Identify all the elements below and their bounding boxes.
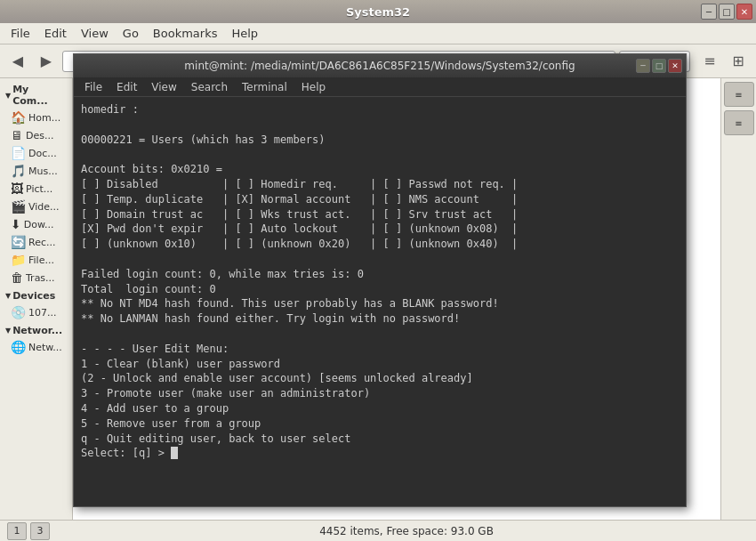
view-grid-button[interactable]: ⊞: [726, 49, 751, 74]
outer-window-controls: ─ □ ✕: [701, 4, 752, 20]
statusbar-text: 4452 items, Free space: 93.0 GB: [57, 525, 756, 537]
statusbar-icon-2[interactable]: 3: [30, 522, 50, 540]
terminal-line-10: [81, 252, 679, 267]
terminal-line-11: Failed login count: 0, while max tries i…: [81, 267, 679, 282]
terminal-line-15: [81, 327, 679, 342]
sidebar-item-desktop[interactable]: 🖥 Des...: [0, 126, 72, 144]
sidebar-desktop-label: Des...: [26, 130, 53, 141]
sidebar-item-music[interactable]: 🎵 Mus...: [0, 162, 72, 180]
sidebar-devices-label: Devices: [12, 290, 55, 302]
drive-icon: 💿: [11, 305, 26, 319]
sidebar-filesystem-label: File...: [28, 254, 54, 266]
statusbar-left: 1 3: [0, 522, 57, 540]
desktop-icon: 🖥: [11, 128, 23, 142]
terminal-line-12: Total login count: 0: [81, 282, 679, 297]
videos-icon: 🎬: [11, 199, 26, 214]
terminal-line-0: homedir :: [81, 102, 679, 117]
sidebar-item-home[interactable]: 🏠 Hom...: [0, 109, 72, 126]
terminal-maximize-button[interactable]: □: [652, 59, 666, 73]
home-icon: 🏠: [11, 110, 26, 125]
sidebar-mycomputer-label: My Com...: [12, 84, 67, 107]
terminal-menu-search[interactable]: Search: [184, 80, 235, 94]
right-btn-1[interactable]: ≡: [724, 82, 754, 107]
terminal-titlebar: mint@mint: /media/mint/DA6C861A6C85F215/…: [74, 54, 686, 77]
terminal-prompt-line[interactable]: Select: [q] >: [81, 446, 679, 461]
terminal-line-2: 00000221 = Users (which has 3 members): [81, 133, 679, 148]
sidebar-devices-header[interactable]: ▼ Devices: [0, 288, 72, 303]
sidebar: ▼ My Com... 🏠 Hom... 🖥 Des... 📄 Doc... 🎵: [0, 78, 73, 520]
terminal-window: mint@mint: /media/mint/DA6C861A6C85F215/…: [73, 53, 687, 507]
devices-collapse-icon: ▼: [5, 292, 11, 300]
forward-button[interactable]: ▶: [34, 49, 59, 74]
terminal-menu-terminal[interactable]: Terminal: [235, 80, 294, 94]
menu-go[interactable]: Go: [116, 25, 146, 42]
sidebar-item-pictures[interactable]: 🖼 Pict...: [0, 180, 72, 198]
terminal-cursor: [171, 447, 178, 459]
sidebar-item-drive[interactable]: 💿 107...: [0, 303, 72, 321]
sidebar-downloads-label: Dow...: [24, 219, 54, 230]
sidebar-item-videos[interactable]: 🎬 Vide...: [0, 198, 72, 215]
terminal-content[interactable]: homedir : 00000221 = Users (which has 3 …: [74, 97, 686, 506]
recent-icon: 🔄: [11, 235, 26, 249]
sidebar-network-header[interactable]: ▼ Networ...: [0, 323, 72, 338]
sidebar-network-item-label: Netw...: [28, 342, 62, 353]
terminal-line-14: ** No LANMAN hash found either. Try logi…: [81, 311, 679, 327]
downloads-icon: ⬇: [11, 217, 21, 231]
terminal-line-19: 3 - Promote user (make user an administr…: [81, 386, 679, 401]
terminal-minimize-button[interactable]: ─: [636, 59, 650, 73]
menu-view[interactable]: View: [74, 25, 116, 42]
terminal-line-8: [X] Pwd don't expir | [ ] Auto lockout |…: [81, 222, 679, 237]
menu-help[interactable]: Help: [224, 25, 265, 42]
terminal-line-4: Account bits: 0x0210 =: [81, 162, 679, 177]
sidebar-pictures-label: Pict...: [26, 183, 52, 195]
sidebar-drive-label: 107...: [28, 307, 57, 319]
terminal-line-9: [ ] (unknown 0x10) | [ ] (unknown 0x20) …: [81, 237, 679, 252]
sidebar-item-downloads[interactable]: ⬇ Dow...: [0, 215, 72, 233]
pictures-icon: 🖼: [11, 182, 23, 196]
sidebar-recent-label: Rec...: [28, 237, 55, 248]
sidebar-item-trash[interactable]: 🗑 Tras...: [0, 269, 72, 287]
filesystem-icon: 📁: [11, 253, 26, 267]
terminal-line-1: [81, 117, 679, 133]
sidebar-section-devices: ▼ Devices 💿 107...: [0, 288, 72, 321]
right-btn-2[interactable]: ≡: [724, 110, 754, 135]
terminal-line-5: [ ] Disabled | [ ] Homedir req. | [ ] Pa…: [81, 177, 679, 192]
outer-close-button[interactable]: ✕: [736, 4, 752, 20]
menu-edit[interactable]: Edit: [37, 25, 74, 42]
outer-titlebar: System32 ─ □ ✕: [0, 0, 756, 23]
terminal-close-button[interactable]: ✕: [668, 59, 682, 73]
statusbar-icon-1[interactable]: 1: [7, 522, 27, 540]
collapse-icon: ▼: [5, 92, 11, 100]
outer-menubar: File Edit View Go Bookmarks Help: [0, 23, 756, 44]
menu-bookmarks[interactable]: Bookmarks: [146, 25, 225, 42]
sidebar-item-filesystem[interactable]: 📁 File...: [0, 251, 72, 269]
sidebar-mycomputer-header[interactable]: ▼ My Com...: [0, 82, 72, 109]
back-button[interactable]: ◀: [5, 49, 30, 74]
view-list-button[interactable]: ≡: [697, 49, 722, 74]
sidebar-item-network[interactable]: 🌐 Netw...: [0, 338, 72, 356]
terminal-line-20: 4 - Add user to a group: [81, 401, 679, 416]
right-panel: ≡ ≡: [720, 78, 756, 520]
terminal-line-3: [81, 147, 679, 162]
terminal-menu-view[interactable]: View: [144, 80, 183, 94]
sidebar-home-label: Hom...: [28, 112, 60, 124]
statusbar: 1 3 4452 items, Free space: 93.0 GB: [0, 520, 756, 541]
menu-file[interactable]: File: [4, 25, 37, 42]
sidebar-item-recent[interactable]: 🔄 Rec...: [0, 233, 72, 251]
terminal-line-17: 1 - Clear (blank) user password: [81, 357, 679, 372]
sidebar-item-documents[interactable]: 📄 Doc...: [0, 144, 72, 162]
terminal-menu-file[interactable]: File: [77, 80, 109, 94]
sidebar-documents-label: Doc...: [28, 148, 57, 159]
terminal-line-16: - - - - User Edit Menu:: [81, 342, 679, 357]
sidebar-trash-label: Tras...: [26, 272, 55, 284]
documents-icon: 📄: [11, 146, 26, 160]
terminal-menubar: File Edit View Search Terminal Help: [74, 77, 686, 97]
terminal-menu-help[interactable]: Help: [294, 80, 333, 94]
sidebar-music-label: Mus...: [28, 166, 58, 177]
outer-maximize-button[interactable]: □: [719, 4, 735, 20]
terminal-controls: ─ □ ✕: [636, 59, 682, 73]
outer-title: System32: [346, 5, 410, 19]
sidebar-section-mycomputer: ▼ My Com... 🏠 Hom... 🖥 Des... 📄 Doc... 🎵: [0, 82, 72, 287]
outer-minimize-button[interactable]: ─: [701, 4, 717, 20]
terminal-menu-edit[interactable]: Edit: [109, 80, 144, 94]
